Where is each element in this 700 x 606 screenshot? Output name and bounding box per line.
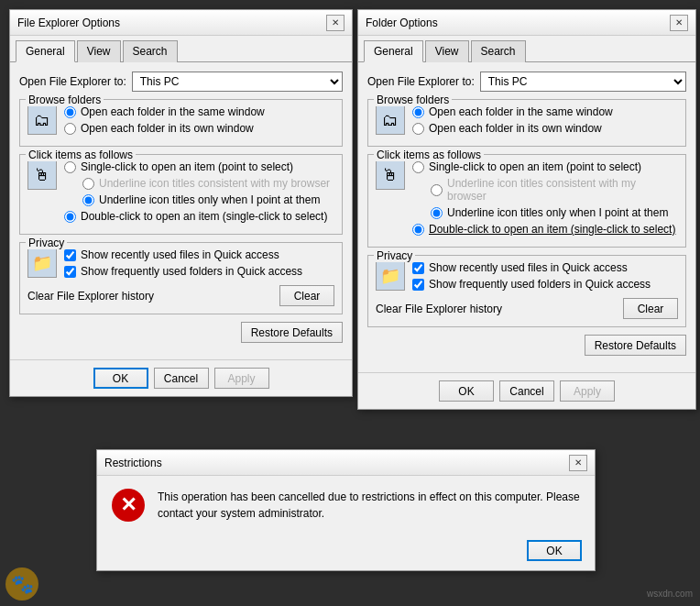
open-to-select-1[interactable]: This PC Quick access [132,72,343,92]
browse-own-window-radio-2[interactable] [412,123,424,135]
underline-browser-row-2: Underline icon titles consistent with my… [431,177,678,203]
double-click-radio-1[interactable] [64,211,76,223]
clear-button-2[interactable]: Clear [623,298,678,319]
privacy-icon-2: 📁 [376,261,405,291]
restore-row-1: Restore Defaults [19,322,343,343]
browse-icon-1: 🗂 [27,105,57,135]
browse-same-window-radio-1[interactable] [64,106,76,118]
dialog2-title: Folder Options [366,17,438,29]
underline-point-radio-2[interactable] [431,207,443,219]
dialog2-content: Open File Explorer to: This PC Quick acc… [358,62,695,369]
double-click-label-2: Double-click to open an item (single-cli… [429,223,675,236]
dialog1-content: Open File Explorer to: This PC Quick acc… [10,62,352,356]
dialog1-tabs: General View Search [10,36,352,62]
browse-folders-group-1: Browse folders 🗂 Open each folder in the… [19,99,343,147]
dialog1-title-bar: File Explorer Options ✕ [10,10,352,36]
cancel-button-1[interactable]: Cancel [154,368,209,389]
underline-browser-radio-1[interactable] [82,178,94,190]
frequent-folders-check-1[interactable] [64,266,76,278]
apply-button-2[interactable]: Apply [560,380,615,402]
click-inner-1: 🖱 Single-click to open an item (point to… [27,160,334,226]
single-click-radio-1[interactable] [64,161,76,173]
restore-defaults-button-1[interactable]: Restore Defaults [241,322,343,343]
tab-general-2[interactable]: General [364,40,423,62]
frequent-folders-check-2[interactable] [412,279,424,291]
dialog2-tabs: General View Search [358,36,695,62]
dialog1-controls: ✕ [326,15,345,31]
tab-search-2[interactable]: Search [471,40,526,62]
dialog2-footer: OK Cancel Apply [358,372,695,409]
dialog2-controls: ✕ [670,15,688,31]
underline-browser-radio-2[interactable] [431,184,443,196]
underline-point-label-2: Underline icon titles only when I point … [447,206,668,219]
recent-files-row-2: Show recently used files in Quick access [412,261,678,274]
privacy-inner-2: 📁 Show recently used files in Quick acce… [376,261,678,294]
click-icon-2: 🖱 [376,160,405,190]
open-to-select-2[interactable]: This PC Quick access [480,72,686,92]
single-click-radio-2[interactable] [412,161,424,173]
privacy-inner-1: 📁 Show recently used files in Quick acce… [27,248,334,281]
browse-options-1: Open each folder in the same window Open… [64,105,334,138]
app-icon: 🐾 [5,567,38,600]
browse-same-window-label-1: Open each folder in the same window [81,105,265,118]
underline-point-label-1: Underline icon titles only when I point … [99,193,320,206]
restrictions-ok-button[interactable]: OK [527,540,582,561]
click-options-2: Single-click to open an item (point to s… [412,160,678,239]
tab-view-2[interactable]: View [425,40,469,62]
desktop: File Explorer Options ✕ General View Sea… [0,0,700,606]
frequent-folders-label-1: Show frequently used folders in Quick ac… [81,265,302,278]
click-icon-1: 🖱 [27,160,57,190]
double-click-radio-2[interactable] [412,224,424,236]
dialog2-title-bar: Folder Options ✕ [358,10,695,36]
browse-own-window-row-2: Open each folder in its own window [412,122,678,135]
ok-button-2[interactable]: OK [439,380,494,402]
recent-files-label-2: Show recently used files in Quick access [429,261,628,274]
browse-inner-1: 🗂 Open each folder in the same window Op… [27,105,334,138]
open-to-label-2: Open File Explorer to: [367,75,475,88]
restrictions-content: ✕ This operation has been cancelled due … [97,476,595,534]
browse-options-2: Open each folder in the same window Open… [412,105,678,138]
file-explorer-options-dialog: File Explorer Options ✕ General View Sea… [9,9,353,397]
underline-browser-label-2: Underline icon titles consistent with my… [447,177,678,203]
dialog3-close-button[interactable]: ✕ [569,455,587,471]
privacy-options-1: Show recently used files in Quick access… [64,248,334,281]
clear-row-1: Clear File Explorer history Clear [27,285,334,306]
tab-view-1[interactable]: View [77,40,121,62]
dialog1-close-button[interactable]: ✕ [326,15,345,31]
recent-files-check-1[interactable] [64,249,76,261]
browse-same-window-row-1: Open each folder in the same window [64,105,334,118]
click-items-group-2: Click items as follows 🖱 Single-click to… [367,154,686,248]
cancel-button-2[interactable]: Cancel [499,380,554,402]
restrictions-footer: OK [97,534,595,570]
single-click-row-2: Single-click to open an item (point to s… [412,160,678,173]
click-options-1: Single-click to open an item (point to s… [64,160,334,226]
restrictions-dialog: Restrictions ✕ ✕ This operation has been… [96,449,596,571]
folder-options-dialog: Folder Options ✕ General View Search Ope… [357,9,696,410]
error-icon: ✕ [112,489,145,522]
browse-same-window-radio-2[interactable] [412,106,424,118]
clear-button-1[interactable]: Clear [279,285,334,306]
dialog3-title: Restrictions [104,457,162,469]
open-to-label-1: Open File Explorer to: [19,75,126,88]
ok-button-1[interactable]: OK [93,368,148,389]
recent-files-check-2[interactable] [412,262,424,274]
privacy-options-2: Show recently used files in Quick access… [412,261,678,294]
open-to-row-2: Open File Explorer to: This PC Quick acc… [367,72,686,92]
dialog3-controls: ✕ [569,455,587,471]
underline-point-radio-1[interactable] [82,194,94,206]
dialog3-title-bar: Restrictions ✕ [97,450,595,476]
underline-browser-label-1: Underline icon titles consistent with my… [99,177,330,190]
browse-same-window-row-2: Open each folder in the same window [412,105,678,118]
underline-point-row-1: Underline icon titles only when I point … [82,193,334,206]
click-items-group-1: Click items as follows 🖱 Single-click to… [19,154,343,235]
clear-history-label-2: Clear File Explorer history [376,303,623,315]
restore-defaults-button-2[interactable]: Restore Defaults [585,335,686,356]
dialog2-close-button[interactable]: ✕ [670,15,688,31]
tab-general-1[interactable]: General [16,40,75,62]
browse-icon-2: 🗂 [376,105,405,135]
single-click-label-1: Single-click to open an item (point to s… [81,160,293,173]
apply-button-1[interactable]: Apply [214,368,269,389]
frequent-folders-row-1: Show frequently used folders in Quick ac… [64,265,334,278]
browse-own-window-radio-1[interactable] [64,123,76,135]
tab-search-1[interactable]: Search [123,40,178,62]
